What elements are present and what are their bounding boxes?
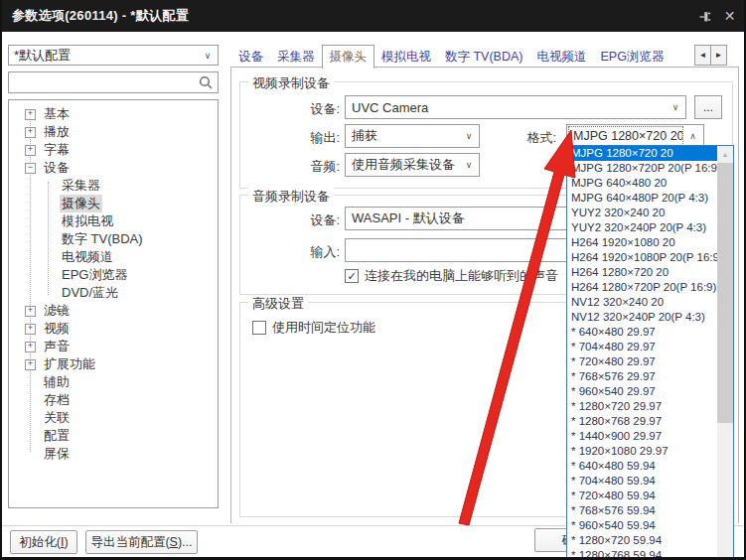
tree-item-label: 辅助 [42, 373, 72, 391]
tab[interactable]: 模拟电视 [374, 47, 438, 68]
tree-item[interactable]: 关联 [9, 409, 218, 427]
loopback-checkbox[interactable]: ✓ [345, 269, 359, 283]
tree-item[interactable]: 电视频道 [9, 248, 218, 266]
tree-item-label: 声音 [42, 338, 72, 355]
dropdown-scrollbar[interactable]: ▲ [717, 146, 733, 559]
tree-expand-icon[interactable] [43, 199, 54, 210]
format-option[interactable]: * 1280×768 29.97 [567, 414, 717, 429]
video-device-combo[interactable]: UVC Camera ∨ [345, 95, 686, 119]
format-option[interactable]: * 704×480 29.97 [567, 340, 717, 354]
tree-expand-icon[interactable] [25, 431, 36, 442]
tree-expand-icon[interactable] [25, 377, 36, 388]
format-option[interactable]: * 704×480 59.94 [567, 474, 717, 489]
format-option[interactable]: * 640×480 29.97 [567, 325, 717, 340]
tree-item[interactable]: + 声音 [9, 338, 218, 355]
tree-expand-icon[interactable]: + [25, 109, 36, 120]
tree-item[interactable]: 存档 [9, 391, 218, 409]
tree-expand-icon[interactable] [43, 216, 54, 227]
profile-select[interactable]: *默认配置 ∨ [8, 45, 219, 66]
window-border [0, 0, 2, 560]
format-option[interactable]: * 720×480 59.94 [567, 489, 717, 503]
tab[interactable]: 数字 TV(BDA) [438, 47, 529, 68]
timeseek-checkbox[interactable] [252, 321, 266, 335]
export-config-button[interactable]: 导出当前配置(S)... [85, 530, 198, 554]
tree-item[interactable]: + 基本 [9, 105, 218, 123]
format-option[interactable]: MJPG 1280×720P 20(P 16:9) [567, 161, 717, 176]
tree-item[interactable]: + 滤镜 [9, 302, 218, 320]
tree-item[interactable]: 配置 [9, 427, 218, 445]
format-option[interactable]: * 960×540 59.94 [567, 518, 717, 533]
tab[interactable]: 摄像头 [322, 45, 375, 69]
tree-item[interactable]: EPG浏览器 [9, 266, 218, 284]
format-option[interactable]: YUY2 320×240P 20(P 4:3) [567, 220, 717, 235]
format-option[interactable]: H264 1920×1080 20 [567, 235, 717, 250]
tab[interactable]: 采集器 [270, 47, 322, 68]
tree-expand-icon[interactable] [43, 288, 54, 299]
tree-expand-icon[interactable]: + [25, 324, 36, 335]
tree-expand-icon[interactable] [43, 181, 54, 192]
tree-item[interactable]: 数字 TV(BDA) [9, 230, 218, 248]
format-option[interactable]: * 1920×1080 29.97 [567, 444, 717, 459]
tree-item[interactable]: 模拟电视 [9, 212, 218, 230]
tree-item[interactable]: 辅助 [9, 373, 218, 391]
tree-item-label: 屏保 [42, 445, 72, 463]
tree-expand-icon[interactable]: − [25, 163, 36, 174]
format-option[interactable]: * 640×480 59.94 [567, 459, 717, 474]
audio-source-combo[interactable]: 使用音频采集设备 ∨ [345, 153, 480, 177]
tree-expand-icon[interactable] [25, 449, 36, 460]
tree-item[interactable]: 采集器 [9, 177, 218, 195]
video-device-browse-button[interactable]: ... [694, 95, 722, 119]
format-dropdown-items: MJPG 1280×720 20MJPG 1280×720P 20(P 16:9… [567, 146, 717, 559]
tab-scroll-left-icon[interactable]: ◄ [694, 45, 711, 66]
tree-item[interactable]: DVD/蓝光 [9, 284, 218, 302]
output-combo[interactable]: 捕获 ∨ [345, 124, 480, 148]
initialize-button[interactable]: 初始化(I) [10, 530, 77, 554]
format-option[interactable]: * 1280×720 59.94 [567, 533, 717, 548]
format-option[interactable]: * 768×576 59.94 [567, 503, 717, 518]
tab[interactable]: EPG浏览器 [593, 47, 671, 68]
tree-expand-icon[interactable] [25, 395, 36, 406]
tree-expand-icon[interactable] [25, 413, 36, 424]
scroll-up-icon[interactable]: ▲ [717, 146, 733, 162]
tree-expand-icon[interactable] [43, 252, 54, 263]
format-option[interactable]: YUY2 320×240 20 [567, 206, 717, 220]
tree-expand-icon[interactable]: + [25, 359, 36, 370]
format-option[interactable]: * 1280×720 29.97 [567, 399, 717, 414]
tree-expand-icon[interactable]: + [25, 145, 36, 156]
audio-source-combo-value: 使用音频采集设备 [346, 156, 459, 174]
tree-item[interactable]: 摄像头 [9, 195, 218, 212]
format-option[interactable]: * 1440×900 29.97 [567, 429, 717, 444]
search-input[interactable] [9, 72, 194, 92]
tree-item[interactable]: + 播放 [9, 123, 218, 141]
tree-item[interactable]: + 扩展功能 [9, 355, 218, 373]
tab-scroll-right-icon[interactable]: ► [710, 45, 727, 66]
tree-item-label: 关联 [42, 409, 72, 427]
close-icon[interactable]: ✕ [722, 9, 737, 24]
format-option[interactable]: MJPG 640×480P 20(P 4:3) [567, 191, 717, 206]
tree-item[interactable]: − 设备 [9, 159, 218, 177]
tree-item[interactable]: + 字幕 [9, 141, 218, 159]
tree-expand-icon[interactable] [43, 270, 54, 281]
format-option[interactable]: H264 1280×720 20 [567, 265, 717, 280]
format-option[interactable]: * 960×540 29.97 [567, 384, 717, 399]
format-option[interactable]: * 768×576 29.97 [567, 369, 717, 384]
tree-expand-icon[interactable]: + [25, 306, 36, 317]
tree-expand-icon[interactable]: + [25, 342, 36, 352]
format-option[interactable]: H264 1280×720P 20(P 16:9) [567, 280, 717, 295]
tree-item[interactable]: + 视频 [9, 320, 218, 338]
format-option[interactable]: MJPG 640×480 20 [567, 176, 717, 191]
format-option[interactable]: NV12 320×240 20 [567, 295, 717, 310]
format-option[interactable]: H264 1920×1080P 20(P 16:9) [567, 250, 717, 265]
audio-input-label: 输入: [280, 243, 340, 261]
tree-expand-icon[interactable] [43, 234, 54, 245]
pin-icon[interactable] [698, 9, 713, 24]
format-option[interactable]: * 720×480 29.97 [567, 354, 717, 369]
scrollbar-thumb[interactable] [717, 163, 733, 423]
tree-item[interactable]: 屏保 [9, 445, 218, 463]
format-option[interactable]: MJPG 1280×720 20 [567, 146, 717, 161]
format-combo-value: MJPG 1280×720 20 [569, 127, 682, 145]
tab[interactable]: 设备 [231, 47, 270, 68]
format-option[interactable]: NV12 320×240P 20(P 4:3) [567, 310, 717, 325]
tab[interactable]: 电视频道 [529, 47, 593, 68]
tree-expand-icon[interactable]: + [25, 127, 36, 138]
